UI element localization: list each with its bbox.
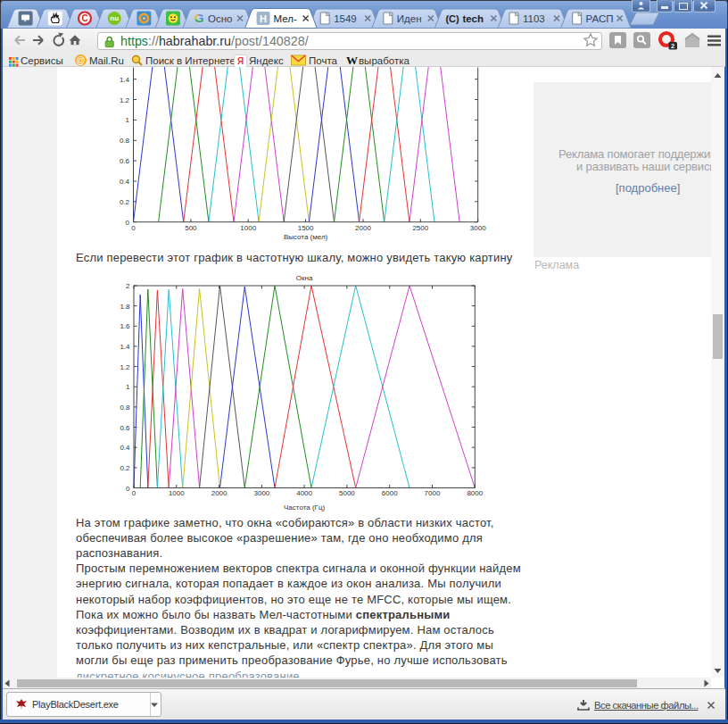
svg-text:0.6: 0.6 — [120, 424, 130, 432]
svg-text:0.8: 0.8 — [120, 137, 130, 145]
svg-text:1103: 1103 — [523, 13, 545, 24]
svg-text:1.6: 1.6 — [120, 322, 130, 330]
svg-text:Окна: Окна — [296, 274, 313, 282]
svg-text:2: 2 — [671, 42, 674, 50]
svg-text:1: 1 — [126, 116, 130, 124]
svg-text:1549: 1549 — [334, 13, 357, 24]
svg-text:Частота (Гц): Частота (Гц) — [284, 503, 325, 512]
svg-text:0: 0 — [132, 489, 136, 497]
svg-text:4000: 4000 — [296, 489, 312, 497]
svg-text:1.8: 1.8 — [120, 303, 130, 311]
svg-text:0.4: 0.4 — [120, 178, 130, 186]
svg-text:C: C — [81, 13, 87, 23]
svg-text:2000: 2000 — [211, 489, 228, 497]
svg-text:РАСП: РАСП — [586, 13, 614, 24]
svg-text:0: 0 — [126, 485, 130, 493]
svg-text:H: H — [260, 13, 267, 24]
svg-text:1.4: 1.4 — [120, 76, 130, 84]
svg-text:3000: 3000 — [254, 489, 270, 497]
svg-text:Осно: Осно — [208, 13, 232, 24]
svg-text:Высота (мел): Высота (мел) — [284, 233, 328, 241]
svg-text:2000: 2000 — [355, 224, 371, 232]
svg-text:1000: 1000 — [240, 224, 256, 232]
svg-text:Мел-: Мел- — [274, 13, 297, 24]
svg-text:1500: 1500 — [298, 224, 314, 232]
svg-text:(С): (С) — [445, 13, 459, 24]
svg-text:1.2: 1.2 — [120, 96, 130, 104]
svg-text:0.4: 0.4 — [120, 444, 130, 452]
svg-text:0.6: 0.6 — [120, 157, 130, 165]
svg-text:1.4: 1.4 — [120, 343, 130, 351]
svg-text:1: 1 — [126, 383, 130, 391]
svg-text:7000: 7000 — [425, 489, 441, 497]
svg-text:Иден: Иден — [397, 13, 422, 24]
svg-text:0.8: 0.8 — [120, 404, 130, 412]
svg-text:500: 500 — [185, 224, 197, 232]
svg-text:0.2: 0.2 — [120, 464, 130, 472]
svg-text:3000: 3000 — [470, 224, 486, 232]
svg-text:6000: 6000 — [382, 489, 398, 497]
svg-text:1.2: 1.2 — [120, 363, 130, 371]
svg-text:8000: 8000 — [467, 489, 483, 497]
svg-text:0: 0 — [126, 219, 130, 227]
svg-text:0.2: 0.2 — [120, 198, 130, 206]
svg-text:tech: tech — [462, 13, 484, 24]
svg-text:5000: 5000 — [339, 489, 355, 497]
svg-text:nu: nu — [110, 14, 119, 22]
svg-text:0: 0 — [131, 224, 136, 232]
svg-text:2: 2 — [126, 282, 130, 290]
svg-text:1000: 1000 — [169, 489, 185, 497]
svg-text:2500: 2500 — [412, 224, 428, 232]
